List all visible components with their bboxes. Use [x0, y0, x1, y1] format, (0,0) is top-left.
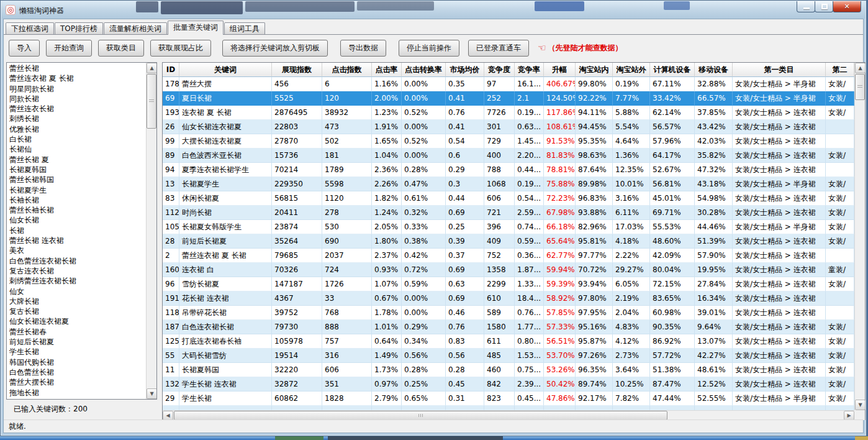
- table-row[interactable]: 191花长裙 连衣裙4367330.67%0.00%0.6961018.4...…: [163, 291, 854, 306]
- scroll-left-icon[interactable]: ◀: [163, 411, 173, 420]
- column-header[interactable]: 升幅: [544, 63, 576, 77]
- table-row[interactable]: 28前短后长裙夏352646901.80%0.38%0.394090.59...…: [163, 234, 854, 249]
- table-row[interactable]: 2蕾丝连衣裙 夏 长裙7968520372.37%0.42%0.377520.3…: [163, 249, 854, 263]
- table-row[interactable]: 112时尚长裙204112781.24%0.32%0.697212.59...6…: [163, 206, 854, 220]
- table-cell: 80.04%: [650, 263, 695, 277]
- table-row[interactable]: 105长裙夏女韩版学生238745302.05%0.33%0.253960.74…: [163, 220, 854, 234]
- scrollbar-thumb[interactable]: [147, 74, 156, 129]
- close-button[interactable]: ✕: [833, 1, 861, 12]
- table-header-row: ID关键词展现指数点击指数点击率点击转换率市场均价竞争度竞争率升幅淘宝站内淘宝站…: [163, 63, 854, 77]
- column-header[interactable]: 第一类目: [733, 63, 826, 77]
- table-cell: [826, 249, 854, 263]
- column-header[interactable]: 淘宝站内: [576, 63, 613, 77]
- table-cell: 252: [484, 91, 515, 106]
- table-cell: 15736: [272, 149, 322, 163]
- table-row[interactable]: 83休闲长裙夏5681511201.82%0.61%0.446060.54...…: [163, 191, 854, 206]
- table-cell: 1580: [484, 320, 515, 334]
- toolbar-button[interactable]: 已登录直通车: [468, 40, 529, 57]
- tab-item[interactable]: 下拉框选词: [6, 22, 54, 34]
- table-row[interactable]: 94夏季连衣裙长裙学生7021417892.36%0.28%0.297880.4…: [163, 163, 854, 177]
- table-cell: 70326: [272, 263, 322, 277]
- table-cell: 0.00%: [402, 120, 446, 134]
- table-horizontal-scrollbar[interactable]: ◀ ▶: [163, 410, 854, 420]
- table-cell: 0.28%: [402, 163, 446, 177]
- table-cell: 60.98%: [650, 306, 695, 320]
- table-vertical-scrollbar[interactable]: ▲ ▼: [854, 63, 865, 410]
- table-cell: 花长裙 连衣裙: [179, 291, 272, 306]
- titlebar[interactable]: ◎ 懒猫淘词神器 ✕: [1, 1, 866, 19]
- column-header[interactable]: 移动设备: [695, 63, 733, 77]
- table-row[interactable]: 160连衣裙 白703267240.93%0.72%0.6913581.87..…: [163, 263, 854, 277]
- tab-item[interactable]: TOP排行榜: [55, 22, 103, 34]
- scroll-up-icon[interactable]: ▲: [855, 63, 866, 73]
- column-header[interactable]: ID: [163, 63, 179, 77]
- scroll-right-icon[interactable]: ▶: [844, 411, 854, 420]
- table-row[interactable]: 11长裙夏韩国322206061.73%0.28%0.284600.75...5…: [163, 363, 854, 377]
- column-header[interactable]: 计算机设备: [650, 63, 695, 77]
- scrollbar-thumb[interactable]: [855, 74, 865, 100]
- table-cell: 女装/: [826, 191, 854, 206]
- keyword-input-box[interactable]: 蕾丝长裙蕾丝连衣裙 夏 长裙明星同款长裙同款长裙蕾丝连衣长裙刺绣长裙优雅长裙白长…: [6, 62, 157, 400]
- table-row[interactable]: 96雪纺长裙夏14718717261.07%0.59%0.6322991.33.…: [163, 277, 854, 291]
- table-row[interactable]: 193连衣裙 夏 长裙2876495389321.23%0.52%0.76772…: [163, 106, 854, 120]
- column-header[interactable]: 市场均价: [446, 63, 484, 77]
- table-cell: 48.60%: [650, 234, 695, 249]
- scroll-down-icon[interactable]: ▼: [147, 388, 157, 399]
- minimize-button[interactable]: [797, 1, 815, 12]
- maximize-button[interactable]: [815, 1, 833, 12]
- table-row[interactable]: 132学生长裙 连衣裙328723510.97%0.25%0.458422.39…: [163, 377, 854, 392]
- column-header[interactable]: 展现指数: [272, 63, 322, 77]
- table-cell: 女装/: [826, 77, 854, 91]
- table-cell: 57.33%: [544, 320, 576, 334]
- table-cell: 59.94%: [544, 263, 576, 277]
- table-row[interactable]: 178蕾丝大摆45661.16%0.00%0.359716.1...406.67…: [163, 77, 854, 91]
- table-cell: 女装/: [826, 220, 854, 234]
- column-header[interactable]: 点击转换率: [402, 63, 446, 77]
- toolbar-button[interactable]: 停止当前操作: [399, 40, 459, 57]
- tab-item[interactable]: 批量查关键词: [168, 21, 224, 35]
- table-cell: 3.16%: [613, 191, 650, 206]
- toolbar-button[interactable]: 导出数据: [340, 40, 386, 57]
- table-row[interactable]: 26仙女长裙连衣裙夏228034731.91%0.00%0.413010.63.…: [163, 120, 854, 134]
- scrollbar-thumb[interactable]: [174, 411, 667, 420]
- table-cell: 96: [163, 277, 179, 291]
- column-header[interactable]: 竞争度: [484, 63, 515, 77]
- table-row[interactable]: 55大码长裙雪纺195143161.49%0.56%0.564851.53...…: [163, 349, 854, 363]
- column-header[interactable]: 关键词: [179, 63, 272, 77]
- column-header[interactable]: 淘宝站外: [613, 63, 650, 77]
- toolbar-button[interactable]: 导入: [9, 40, 40, 57]
- scroll-up-icon[interactable]: ▲: [147, 63, 157, 73]
- table-row[interactable]: 69夏日长裙55251202.00%0.00%0.412522.1124.50%…: [163, 91, 854, 106]
- tab-item[interactable]: 组词工具: [224, 22, 265, 34]
- table-row[interactable]: 89白色波西米亚长裙157361811.04%0.00%0.64002.20..…: [163, 149, 854, 163]
- table-cell: 27870: [272, 134, 322, 149]
- table-cell: 788: [484, 163, 515, 177]
- keyword-list-scrollbar[interactable]: ▲ ▼: [146, 63, 156, 399]
- table-row[interactable]: 13长裙夏学生22935055982.26%0.47%0.310680.19..…: [163, 177, 854, 191]
- table-row[interactable]: 187白色连衣裙长裙797308881.01%0.29%0.7615801.77…: [163, 320, 854, 334]
- table-cell: 4.64%: [613, 134, 650, 149]
- table-cell: 7726: [484, 106, 515, 120]
- toolbar-button[interactable]: 获取类目: [98, 40, 144, 57]
- keyword-list-item: 大牌长裙: [7, 296, 145, 306]
- table-row[interactable]: 29学生长裙6086218282.79%0.65%0.318230.45...4…: [163, 392, 854, 406]
- table-cell: 29.27%: [613, 263, 650, 277]
- column-header[interactable]: 第二: [826, 63, 854, 77]
- scroll-down-icon[interactable]: ▼: [855, 400, 866, 410]
- table-cell: 1.87...: [515, 263, 544, 277]
- toolbar-button[interactable]: 获取展现占比: [150, 40, 211, 57]
- tab-item[interactable]: 流量解析相关词: [104, 22, 167, 34]
- toolbar-button[interactable]: 开始查询: [46, 40, 92, 57]
- table-row[interactable]: 99大摆长裙连衣裙夏278705021.65%0.52%0.547291.45.…: [163, 134, 854, 149]
- table-cell: 278: [322, 206, 372, 220]
- toolbar-button[interactable]: 将选择行关键词放入剪切板: [222, 40, 328, 57]
- column-header[interactable]: 点击率: [372, 63, 402, 77]
- table-cell: 2.59...: [515, 206, 544, 220]
- keyword-list-item: 仙女: [7, 286, 145, 296]
- table-cell: [826, 134, 854, 149]
- table-row[interactable]: 118吊带碎花长裙397527681.78%0.00%0.465890.76..…: [163, 306, 854, 320]
- table-cell: 学生长裙: [179, 392, 272, 406]
- table-row[interactable]: 125打底连衣裙春长袖1059787570.64%0.34%0.836110.8…: [163, 334, 854, 349]
- column-header[interactable]: 竞争率: [515, 63, 544, 77]
- column-header[interactable]: 点击指数: [322, 63, 372, 77]
